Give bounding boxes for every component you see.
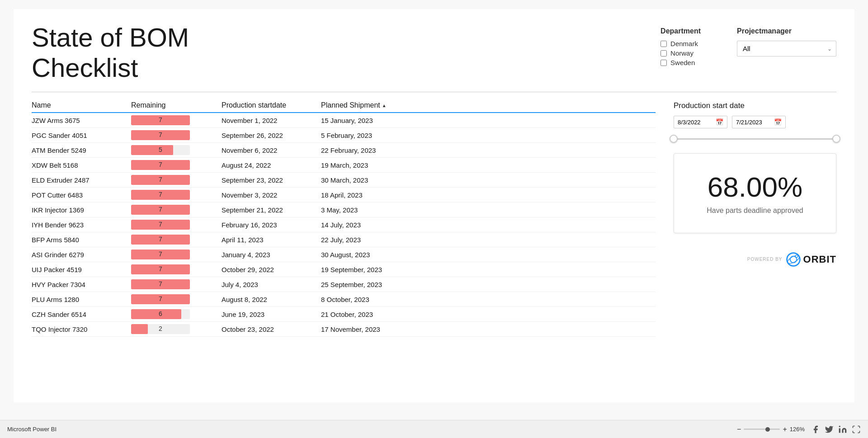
table-row[interactable]: BFP Arms 5840 7 April 11, 2023 22 July, … xyxy=(32,232,656,247)
cell-production-start: November 1, 2022 xyxy=(222,117,321,124)
cell-remaining: 2 xyxy=(131,324,222,334)
orbit-brand-name: ORBIT xyxy=(803,254,836,265)
cell-name: ELD Extruder 2487 xyxy=(32,176,131,184)
checkbox-denmark-input[interactable] xyxy=(660,41,667,47)
start-date-field[interactable]: 📅 xyxy=(674,116,727,128)
bar-value: 7 xyxy=(156,116,165,123)
body-layout: Name Remaining Production startdate Plan… xyxy=(32,101,836,395)
table-row[interactable]: HVY Packer 7304 7 July 4, 2023 25 Septem… xyxy=(32,277,656,292)
cell-remaining: 7 xyxy=(131,115,222,125)
cell-planned-shipment: 8 October, 2023 xyxy=(321,296,411,303)
cell-planned-shipment: 22 July, 2023 xyxy=(321,236,411,244)
checkbox-sweden[interactable]: Sweden xyxy=(660,59,701,66)
table-row[interactable]: ATM Bender 5249 5 November 6, 2022 22 Fe… xyxy=(32,143,656,158)
checkbox-norway[interactable]: Norway xyxy=(660,49,701,57)
date-range-section: Production start date 📅 📅 xyxy=(674,101,836,144)
date-slider[interactable] xyxy=(674,134,836,144)
col-header-planned-shipment[interactable]: Planned Shipment ▲ xyxy=(321,101,411,109)
checkbox-norway-input[interactable] xyxy=(660,50,667,57)
header-section: State of BOM Checklist Department Denmar… xyxy=(32,23,836,83)
zoom-plus-icon[interactable]: + xyxy=(783,425,787,433)
projectmanager-dropdown[interactable]: All Manager 1 Manager 2 xyxy=(737,41,836,57)
cell-name: IKR Injector 1369 xyxy=(32,206,131,214)
kpi-card: 68.00% Have parts deadline approved xyxy=(674,153,836,233)
cell-planned-shipment: 5 February, 2023 xyxy=(321,132,411,139)
table-row[interactable]: CZH Sander 6514 6 June 19, 2023 21 Octob… xyxy=(32,307,656,322)
table-row[interactable]: UIJ Packer 4519 7 October 29, 2022 19 Se… xyxy=(32,262,656,277)
header-divider xyxy=(32,92,836,92)
table-row[interactable]: IYH Bender 9623 7 February 16, 2023 14 J… xyxy=(32,217,656,232)
kpi-percentage: 68.00% xyxy=(688,172,822,203)
cell-planned-shipment: 30 August, 2023 xyxy=(321,251,411,259)
taskbar-app-name: Microsoft Power BI xyxy=(7,426,57,433)
taskbar-right: − + 126% xyxy=(737,425,861,434)
checkbox-denmark-label: Denmark xyxy=(670,40,698,47)
calendar-icon-start[interactable]: 📅 xyxy=(716,118,723,126)
right-panel: Production start date 📅 📅 xyxy=(674,101,836,395)
checkbox-sweden-input[interactable] xyxy=(660,60,667,66)
table-row[interactable]: XDW Belt 5168 7 August 24, 2022 19 March… xyxy=(32,158,656,173)
bar-bg: 7 xyxy=(131,130,190,140)
bar-bg: 7 xyxy=(131,190,190,200)
table-row[interactable]: TQO Injector 7320 2 October 23, 2022 17 … xyxy=(32,322,656,337)
cell-production-start: April 11, 2023 xyxy=(222,236,321,244)
start-date-input[interactable] xyxy=(678,119,714,126)
cell-production-start: November 6, 2022 xyxy=(222,146,321,154)
cell-remaining: 7 xyxy=(131,190,222,200)
cell-remaining: 7 xyxy=(131,220,222,230)
bar-bg: 7 xyxy=(131,115,190,125)
table-row[interactable]: POT Cutter 6483 7 November 3, 2022 18 Ap… xyxy=(32,188,656,203)
bar-bg: 7 xyxy=(131,264,190,274)
table-row[interactable]: IKR Injector 1369 7 September 21, 2022 3… xyxy=(32,203,656,217)
filters-area: Department Denmark Norway Sweden Project… xyxy=(660,27,836,66)
cell-production-start: September 23, 2022 xyxy=(222,176,321,184)
calendar-icon-end[interactable]: 📅 xyxy=(774,118,782,126)
slider-handle-right[interactable] xyxy=(832,135,840,143)
cell-production-start: October 23, 2022 xyxy=(222,325,321,333)
bar-value: 5 xyxy=(156,146,165,153)
linkedin-icon[interactable] xyxy=(838,425,847,434)
bar-fill xyxy=(131,324,148,334)
table-row[interactable]: JZW Arms 3675 7 November 1, 2022 15 Janu… xyxy=(32,113,656,128)
slider-handle-left[interactable] xyxy=(670,135,678,143)
zoom-minus-icon[interactable]: − xyxy=(737,425,741,433)
checkbox-norway-label: Norway xyxy=(670,49,693,57)
bar-bg: 7 xyxy=(131,205,190,215)
cell-production-start: August 8, 2022 xyxy=(222,296,321,303)
main-content: State of BOM Checklist Department Denmar… xyxy=(14,9,854,402)
cell-remaining: 7 xyxy=(131,279,222,289)
checkbox-sweden-label: Sweden xyxy=(670,59,695,66)
kpi-label: Have parts deadline approved xyxy=(688,207,822,215)
cell-name: UIJ Packer 4519 xyxy=(32,266,131,273)
end-date-input[interactable] xyxy=(736,119,772,126)
cell-name: POT Cutter 6483 xyxy=(32,191,131,199)
page-title: State of BOM Checklist xyxy=(32,23,189,83)
table-section: Name Remaining Production startdate Plan… xyxy=(32,101,656,395)
bar-value: 7 xyxy=(156,131,165,138)
department-filter: Department Denmark Norway Sweden xyxy=(660,27,701,66)
fullscreen-icon[interactable] xyxy=(852,425,861,434)
facebook-icon[interactable] xyxy=(811,425,820,434)
end-date-field[interactable]: 📅 xyxy=(732,116,786,128)
table-row[interactable]: PLU Arms 1280 7 August 8, 2022 8 October… xyxy=(32,292,656,307)
cell-production-start: June 19, 2023 xyxy=(222,311,321,318)
cell-remaining: 7 xyxy=(131,250,222,259)
cell-planned-shipment: 19 March, 2023 xyxy=(321,161,411,169)
table-body[interactable]: JZW Arms 3675 7 November 1, 2022 15 Janu… xyxy=(32,113,656,380)
bar-bg: 7 xyxy=(131,294,190,304)
orbit-circle-icon xyxy=(785,251,802,268)
table-row[interactable]: PGC Sander 4051 7 September 26, 2022 5 F… xyxy=(32,128,656,143)
zoom-slider[interactable] xyxy=(744,429,780,430)
cell-production-start: January 4, 2023 xyxy=(222,251,321,259)
checkbox-denmark[interactable]: Denmark xyxy=(660,40,701,47)
cell-production-start: September 26, 2022 xyxy=(222,132,321,139)
table-header: Name Remaining Production startdate Plan… xyxy=(32,101,656,113)
department-label: Department xyxy=(660,27,701,35)
table-row[interactable]: ASI Grinder 6279 7 January 4, 2023 30 Au… xyxy=(32,247,656,262)
cell-name: CZH Sander 6514 xyxy=(32,311,131,318)
twitter-icon[interactable] xyxy=(825,425,834,434)
table-row[interactable]: ELD Extruder 2487 7 September 23, 2022 3… xyxy=(32,173,656,188)
bar-value: 7 xyxy=(156,191,165,198)
bar-bg: 7 xyxy=(131,279,190,289)
bar-value: 7 xyxy=(156,280,165,287)
